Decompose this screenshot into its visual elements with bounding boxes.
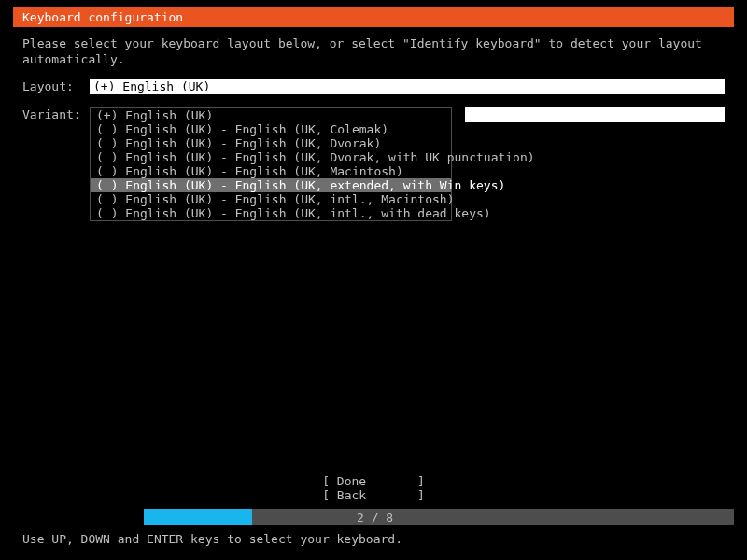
variant-item[interactable]: ( ) English (UK) - English (UK, intl., M…: [91, 192, 451, 206]
progress-spacer: [13, 509, 144, 525]
variant-item[interactable]: ( ) English (UK) - English (UK, Colemak): [91, 122, 451, 136]
variant-item[interactable]: ( ) English (UK) - English (UK, Dvorak): [91, 136, 451, 150]
variant-item[interactable]: ( ) English (UK) - English (UK, extended…: [91, 178, 451, 192]
variant-item[interactable]: (+) English (UK): [91, 108, 451, 122]
progress-bar: 2 / 8: [13, 509, 734, 525]
progress-filled: [144, 509, 252, 525]
layout-select[interactable]: (+) English (UK): [90, 79, 725, 94]
variant-item[interactable]: ( ) English (UK) - English (UK, Macintos…: [91, 164, 451, 178]
variant-field-row: Variant: (+) English (UK)( ) English (UK…: [22, 107, 725, 221]
layout-label: Layout:: [22, 79, 90, 93]
header-bar: Keyboard configuration: [13, 7, 734, 27]
progress-text: 2 / 8: [357, 511, 393, 525]
variant-right-indicator: [465, 107, 725, 122]
layout-value-text: (+) English (UK): [93, 79, 210, 94]
layout-field-row: Layout: (+) English (UK): [22, 79, 725, 94]
instructions-text: Please select your keyboard layout below…: [22, 36, 725, 68]
variant-listbox[interactable]: (+) English (UK)( ) English (UK) - Engli…: [90, 107, 452, 221]
done-button[interactable]: [ Done ]: [13, 475, 734, 489]
progress-remaining: 2 / 8: [252, 509, 734, 525]
buttons-area: [ Done ] [ Back ]: [13, 475, 734, 503]
page-title: Keyboard configuration: [22, 10, 183, 24]
variant-item[interactable]: ( ) English (UK) - English (UK, Dvorak, …: [91, 150, 451, 164]
variant-label: Variant:: [22, 107, 90, 121]
footer-hint: Use UP, DOWN and ENTER keys to select yo…: [22, 532, 402, 546]
variant-item[interactable]: ( ) English (UK) - English (UK, intl., w…: [91, 206, 451, 220]
back-button[interactable]: [ Back ]: [13, 489, 734, 503]
